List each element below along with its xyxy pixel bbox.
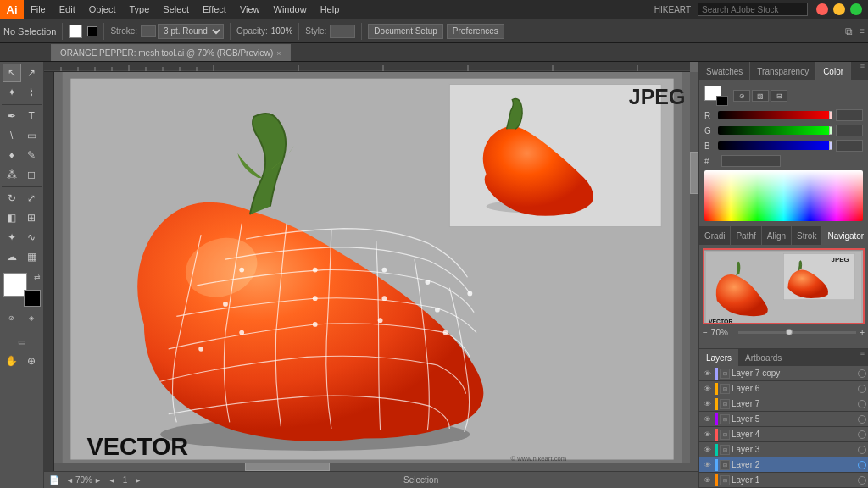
transparency-tab[interactable]: Transparency [750,62,816,80]
color-none-icon[interactable]: ⊘ [733,90,750,102]
stroke-selector[interactable]: 3 pt. Round [158,24,224,39]
layer-row[interactable]: 👁 ⊟ Layer 1 [699,473,868,488]
rectangle-tool-button[interactable]: ▭ [22,126,41,145]
column-graph-tool-button[interactable]: ▦ [22,247,41,266]
color-spectrum[interactable] [704,170,863,221]
gradient-tool-button[interactable]: ◧ [3,208,21,227]
fill-swatch[interactable] [69,25,82,38]
g-value-input[interactable]: 255 [836,125,863,136]
r-value-input[interactable]: 255 [836,109,863,121]
artboards-tab[interactable]: Artboards [738,349,788,366]
document-tab[interactable]: ORANGE PEPPER: mesh tool.ai @ 70% (RGB/P… [51,44,291,61]
gradient-tab[interactable]: Gradi [699,226,731,245]
layer-visibility-icon[interactable]: 👁 [701,459,713,471]
selection-tool-button[interactable]: ↖ [3,64,21,82]
swap-colors-button[interactable]: ⇄ [34,273,41,281]
nav-prev-button[interactable]: ◄ [108,476,116,485]
layer-target-circle[interactable] [858,461,866,469]
doc-setup-button[interactable]: Document Setup [368,24,443,39]
align-tab[interactable]: Align [762,226,792,245]
menu-view[interactable]: View [233,0,267,19]
layer-target-circle[interactable] [858,385,866,393]
status-page-icon[interactable]: 📄 [49,475,59,485]
arrange-icon[interactable]: ⧉ [845,25,853,37]
vertical-scrollbar[interactable] [690,72,698,471]
layer-visibility-icon[interactable]: 👁 [701,444,713,456]
zoom-control[interactable]: ◄ 70% ► [66,475,102,485]
layer-row[interactable]: 👁 ⊟ Layer 7 [699,396,868,412]
line-tool-button[interactable]: \ [3,126,21,145]
navigator-tab[interactable]: Navigator [822,226,868,245]
layer-visibility-icon[interactable]: 👁 [701,368,713,380]
navigator-preview[interactable]: VECTOR JPEG [703,248,865,324]
color-mode-icon[interactable]: ◈ [22,308,41,327]
horizontal-scrollbar[interactable] [54,463,690,471]
nav-next-button[interactable]: ► [134,476,142,485]
layer-target-circle[interactable] [858,369,866,378]
layer-target-circle[interactable] [858,446,866,454]
vertical-scrollbar-thumb[interactable] [690,152,698,194]
navigator-zoom-out-icon[interactable]: − [703,328,708,337]
search-input[interactable] [698,3,808,16]
layer-row[interactable]: 👁 ⊟ Layer 3 [699,442,868,458]
maximize-icon[interactable] [850,3,862,15]
eyedropper-tool-button[interactable]: ✦ [3,228,21,247]
menu-object[interactable]: Object [82,0,123,19]
menu-type[interactable]: Type [123,0,157,19]
zoom-next-button[interactable]: ► [94,476,102,485]
horizontal-scrollbar-thumb[interactable] [245,463,330,471]
blend2-tool-button[interactable]: ∿ [22,228,41,247]
magic-wand-tool-button[interactable]: ✦ [3,83,21,102]
symbol-tool-button[interactable]: ☁ [3,247,21,266]
layer-target-circle[interactable] [858,430,866,439]
stroke-swatch-small[interactable] [87,26,97,36]
hand-tool-button[interactable]: ✋ [3,352,21,370]
preferences-button[interactable]: Preferences [447,24,504,39]
layer-row[interactable]: 👁 ⊟ Layer 5 [699,412,868,427]
menu-window[interactable]: Window [267,0,314,19]
g-slider[interactable] [718,126,832,135]
artboard-container[interactable]: JPEG VECTOR © www.hikeart.com [54,72,690,471]
rotate-tool-button[interactable]: ↻ [3,189,21,208]
tab-close-button[interactable]: × [276,49,281,58]
eraser-tool-button[interactable]: ◻ [22,165,41,184]
pathfinder-tab[interactable]: Pathf [731,226,761,245]
navigator-slider[interactable] [738,331,856,334]
layer-row[interactable]: 👁 ⊟ Layer 7 copy [699,366,868,381]
stroke-tab[interactable]: Strok [792,226,822,245]
hex-value-input[interactable]: #### [721,155,781,167]
b-slider[interactable] [718,141,832,150]
paintbrush-tool-button[interactable]: ♦ [3,146,21,164]
background-color-swatch[interactable] [24,290,41,307]
menu-edit[interactable]: Edit [53,0,82,19]
zoom-tool-button[interactable]: ⊕ [22,352,41,370]
none-icon[interactable]: ⊘ [3,308,21,327]
swatches-tab[interactable]: Swatches [699,62,750,80]
stroke-color-preview[interactable] [716,96,728,106]
layer-visibility-icon[interactable]: 👁 [701,383,713,395]
panel-tab-menu-icon[interactable]: ≡ [860,62,868,80]
pencil-tool-button[interactable]: ✎ [22,146,41,164]
menu-effect[interactable]: Effect [196,0,233,19]
panel-controls-icon[interactable]: ≡ [860,26,865,36]
minimize-icon[interactable] [833,3,845,15]
color-tab[interactable]: Color [816,62,851,80]
blend-tool-button[interactable]: ⁂ [3,165,21,184]
lasso-tool-button[interactable]: ⌇ [22,83,41,102]
layer-visibility-icon[interactable]: 👁 [701,429,713,441]
scale-tool-button[interactable]: ⤢ [22,189,41,208]
layers-options-icon[interactable]: ≡ [857,349,868,366]
layer-visibility-icon[interactable]: 👁 [701,413,713,425]
zoom-prev-button[interactable]: ◄ [66,476,74,485]
layer-visibility-icon[interactable]: 👁 [701,474,713,486]
type-tool-button[interactable]: T [22,107,41,125]
navigator-zoom-in-icon[interactable]: + [860,328,865,337]
layer-row[interactable]: 👁 ⊟ Layer 4 [699,427,868,442]
layer-target-circle[interactable] [858,476,866,485]
layer-row-active[interactable]: 👁 ⊟ Layer 2 [699,458,868,473]
color-gradient-icon[interactable]: ▧ [752,90,769,102]
r-slider[interactable] [718,111,832,119]
layer-target-circle[interactable] [858,415,866,424]
menu-help[interactable]: Help [314,0,347,19]
pen-tool-button[interactable]: ✒ [3,107,21,125]
